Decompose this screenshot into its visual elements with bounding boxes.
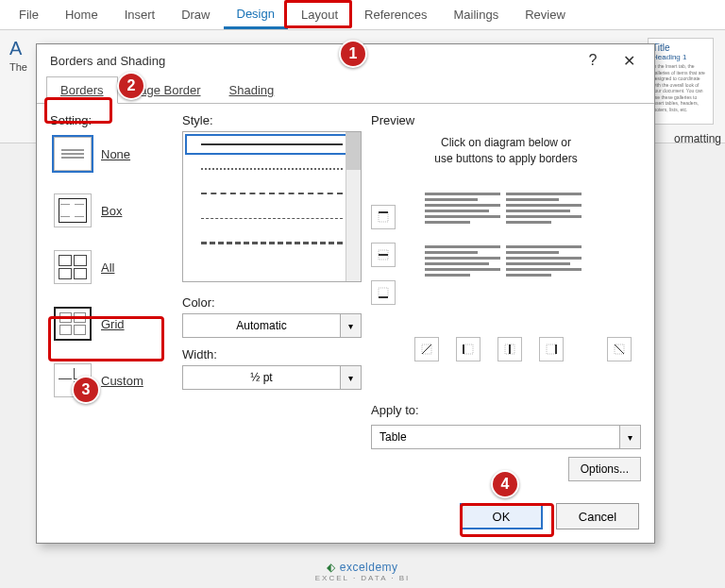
setting-box[interactable]: Box (54, 193, 173, 227)
width-combo[interactable]: ½ pt ▾ (182, 365, 362, 390)
tab-references[interactable]: References (351, 2, 440, 27)
style-solid[interactable] (183, 132, 361, 157)
tab-home[interactable]: Home (52, 2, 111, 27)
color-label: Color: (182, 295, 362, 310)
setting-none[interactable]: None (54, 137, 173, 171)
help-button[interactable]: ? (575, 46, 611, 75)
tab-mailings[interactable]: Mailings (441, 2, 513, 27)
options-button[interactable]: Options... (568, 457, 641, 481)
chevron-down-icon[interactable]: ▾ (341, 365, 362, 390)
border-right-button[interactable] (539, 337, 564, 361)
tab-borders[interactable]: Borders (46, 76, 118, 104)
border-hmiddle-button[interactable] (371, 243, 396, 267)
border-bottom-button[interactable] (371, 280, 396, 305)
border-diag1-button[interactable] (414, 337, 439, 361)
style-dashed-3[interactable] (183, 230, 361, 255)
borders-shading-dialog: Borders and Shading ? ✕ Borders Page Bor… (36, 43, 655, 544)
style-dashed-1[interactable] (183, 181, 361, 206)
svg-rect-8 (464, 344, 473, 354)
color-combo[interactable]: Automatic ▾ (182, 313, 362, 338)
border-vmiddle-button[interactable] (497, 337, 522, 361)
none-icon (54, 137, 92, 171)
box-icon (54, 193, 92, 227)
dialog-title: Borders and Shading (50, 54, 165, 68)
clear-formatting-fragment: ormatting (674, 132, 725, 145)
style-dotted[interactable] (183, 157, 361, 181)
style-dashed-2[interactable] (183, 206, 361, 230)
setting-all[interactable]: All (54, 250, 173, 284)
style-heading: Heading 1 (652, 53, 709, 61)
tab-layout[interactable]: Layout (288, 2, 351, 27)
width-value: ½ pt (182, 365, 341, 390)
all-icon (54, 250, 92, 284)
preview-area (371, 176, 641, 399)
style-title: Title (652, 42, 709, 53)
ok-button[interactable]: OK (460, 503, 543, 529)
style-listbox[interactable] (182, 131, 362, 282)
tab-review[interactable]: Review (512, 2, 579, 27)
color-value: Automatic (182, 313, 341, 338)
style-set-preview[interactable]: Title Heading 1 In the Insert tab, the g… (648, 38, 714, 125)
apply-to-value: Table (371, 425, 620, 449)
tab-insert[interactable]: Insert (111, 2, 169, 27)
setting-grid[interactable]: Grid (54, 307, 173, 341)
setting-label: Setting: (50, 113, 173, 127)
callout-2: 2 (117, 72, 145, 100)
setting-box-label: Box (101, 204, 122, 218)
preview-note: Click on diagram below oruse buttons to … (371, 135, 641, 167)
close-button[interactable]: ✕ (611, 46, 647, 75)
style-label: Style: (182, 113, 362, 127)
border-diag2-button[interactable] (607, 337, 632, 361)
setting-custom-label: Custom (101, 374, 143, 388)
apply-to-label: Apply to: (371, 403, 641, 417)
border-top-button[interactable] (371, 205, 396, 229)
style-scrollbar[interactable] (346, 132, 361, 281)
cancel-button[interactable]: Cancel (556, 503, 639, 529)
preview-diagram[interactable] (418, 186, 588, 299)
tab-draw[interactable]: Draw (168, 2, 223, 27)
svg-line-15 (615, 344, 624, 354)
tab-shading[interactable]: Shading (215, 76, 289, 104)
tab-design[interactable]: Design (224, 1, 288, 29)
chevron-down-icon[interactable]: ▾ (620, 425, 641, 449)
watermark: ⬖ exceldemy EXCEL · DATA · BI (0, 561, 725, 582)
grid-icon (54, 307, 92, 341)
width-label: Width: (182, 347, 362, 361)
callout-1: 1 (339, 40, 367, 68)
preview-label: Preview (371, 113, 641, 127)
apply-to-combo[interactable]: Table ▾ (371, 425, 641, 449)
setting-grid-label: Grid (101, 317, 125, 331)
callout-3: 3 (72, 376, 100, 404)
svg-rect-4 (379, 288, 388, 297)
chevron-down-icon[interactable]: ▾ (341, 313, 362, 338)
setting-none-label: None (101, 147, 130, 161)
border-left-button[interactable] (456, 337, 481, 361)
callout-4: 4 (491, 470, 519, 498)
tab-file[interactable]: File (6, 2, 52, 27)
ribbon-tabs: File Home Insert Draw Design Layout Refe… (0, 0, 725, 30)
setting-all-label: All (101, 260, 114, 275)
svg-rect-0 (379, 212, 388, 222)
svg-line-7 (422, 344, 431, 354)
svg-rect-12 (547, 344, 556, 354)
